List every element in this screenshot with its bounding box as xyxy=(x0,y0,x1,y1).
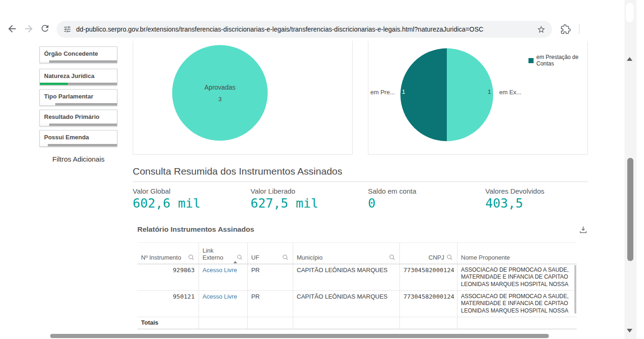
acesso-livre-link[interactable]: Acesso Livre xyxy=(203,293,237,300)
address-bar[interactable]: dd-publico.serpro.gov.br/extensions/tran… xyxy=(57,21,552,38)
kpi-label-saldo-em-conta: Saldo em conta xyxy=(368,187,416,195)
legend-swatch[interactable] xyxy=(528,58,534,63)
table-row[interactable]: 929863 Acesso Livre PR CAPITÃO LEÔNIDAS … xyxy=(137,264,577,291)
url-text: dd-publico.serpro.gov.br/extensions/tran… xyxy=(76,26,532,33)
selection-state-bar xyxy=(40,124,117,126)
back-button[interactable] xyxy=(6,23,18,34)
search-icon[interactable] xyxy=(188,254,195,261)
cell-link-externo: Acesso Livre xyxy=(199,264,247,291)
forward-button[interactable] xyxy=(23,23,34,34)
cell-uf: PR xyxy=(247,264,293,291)
pie-slice-value: 1 xyxy=(402,88,405,95)
section-title: Consulta Resumida dos Instrumentos Assin… xyxy=(133,166,342,177)
acesso-livre-link[interactable]: Acesso Livre xyxy=(203,267,237,274)
cell-cnpj: 77304582000124 xyxy=(399,291,457,317)
totals-label: Totais xyxy=(137,317,199,329)
filter-possui-emenda[interactable]: Possui Emenda xyxy=(39,130,117,147)
filter-label: Órgão Concedente xyxy=(40,47,117,57)
col-header-link-externo[interactable]: Link Externo xyxy=(199,243,247,264)
cell-municipio: CAPITÃO LEÔNIDAS MARQUES xyxy=(293,291,399,317)
selection-state-bar xyxy=(40,144,117,146)
reload-icon xyxy=(40,23,50,33)
pie-slice-label: Aprovadas xyxy=(172,84,268,91)
cell-proponente: ASSOCIACAO DE PROMOCAO A SAUDE, MATERNID… xyxy=(457,291,577,317)
kpi-value-valores-devolvidos: 403,5 xyxy=(485,196,523,210)
col-header-label: Município xyxy=(297,254,323,261)
search-icon[interactable] xyxy=(282,254,289,261)
col-header-municipio[interactable]: Município xyxy=(293,243,399,264)
legend-label[interactable]: em Prestação de Contas xyxy=(536,54,585,67)
pie-slice-label: em Ex... xyxy=(499,89,522,96)
table-title: Relatório Instrumentos Assinados xyxy=(137,225,254,234)
section-divider xyxy=(133,182,588,182)
col-header-label: CNPJ xyxy=(429,254,444,261)
kpi-label-valores-devolvidos: Valores Devolvidos xyxy=(485,187,544,195)
filter-orgao-concedente[interactable]: Órgão Concedente xyxy=(39,46,117,63)
table-header-row: Nº Instrumento Link Externo xyxy=(137,243,577,264)
cell-municipio: CAPITÃO LEÔNIDAS MARQUES xyxy=(293,264,399,291)
cell-cnpj: 77304582000124 xyxy=(399,264,457,291)
selection-state-bar xyxy=(40,83,117,85)
col-header-nome-proponente[interactable]: Nome Proponente xyxy=(457,243,577,264)
browser-window: dd-publico.serpro.gov.br/extensions/tran… xyxy=(0,0,644,339)
filter-label: Tipo Parlamentar xyxy=(40,90,117,100)
pie-slice-value: 1 xyxy=(488,88,491,95)
download-button[interactable] xyxy=(578,225,588,235)
scroll-up-arrow-icon[interactable] xyxy=(627,57,632,61)
scroll-down-arrow-icon[interactable] xyxy=(627,329,632,332)
browser-toolbar: dd-publico.serpro.gov.br/extensions/tran… xyxy=(0,0,644,41)
instruments-table: Nº Instrumento Link Externo xyxy=(137,242,577,329)
reload-button[interactable] xyxy=(40,23,51,34)
col-header-label: Link Externo xyxy=(203,247,227,261)
kpi-value-valor-liberado: 627,5 mil xyxy=(251,196,318,210)
kpi-label-valor-global: Valor Global xyxy=(133,187,170,195)
sort-ascending-icon xyxy=(233,254,237,263)
toolbar-divider xyxy=(579,24,580,34)
pie-slice-label: em Pre... xyxy=(369,89,395,96)
back-arrow-icon xyxy=(6,23,18,34)
cell-instrumento: 929863 xyxy=(137,264,199,291)
filter-natureza-juridica[interactable]: Natureza Jurídica xyxy=(39,69,117,85)
col-header-n-instrumento[interactable]: Nº Instrumento xyxy=(137,243,199,264)
filter-tipo-parlamentar[interactable]: Tipo Parlamentar xyxy=(39,89,117,106)
horizontal-scrollbar-thumb[interactable] xyxy=(50,334,549,338)
selection-state-bar xyxy=(40,103,117,105)
pie-chart-execucao[interactable] xyxy=(400,48,493,141)
kpi-value-valor-global: 602,6 mil xyxy=(133,196,200,210)
forward-arrow-icon xyxy=(23,23,34,34)
download-icon xyxy=(578,225,588,235)
col-header-uf[interactable]: UF xyxy=(247,243,293,264)
search-icon[interactable] xyxy=(237,254,243,261)
col-header-cnpj[interactable]: CNPJ xyxy=(399,243,457,264)
selection-state-bar xyxy=(40,60,117,63)
table-row[interactable]: 950121 Acesso Livre PR CAPITÃO LEÔNIDAS … xyxy=(137,291,577,317)
col-header-label: UF xyxy=(251,254,259,261)
filtros-adicionais-button[interactable]: Filtros Adicionais xyxy=(39,155,117,163)
pie-slice-value: 3 xyxy=(172,96,268,103)
col-header-label: Nº Instrumento xyxy=(141,254,181,261)
search-icon[interactable] xyxy=(389,254,396,261)
site-settings-icon[interactable] xyxy=(63,25,71,33)
filter-label: Possui Emenda xyxy=(40,130,117,141)
cell-link-externo: Acesso Livre xyxy=(199,291,247,317)
filter-label: Natureza Jurídica xyxy=(40,69,117,79)
extensions-button[interactable] xyxy=(560,24,572,35)
search-icon[interactable] xyxy=(446,254,453,261)
filter-resultado-primario[interactable]: Resultado Primário xyxy=(39,110,117,126)
pie-chart-aprovadas[interactable] xyxy=(172,45,268,141)
vertical-scrollbar-thumb[interactable] xyxy=(627,158,633,261)
totals-row: Totais xyxy=(137,317,577,329)
bookmark-star-icon[interactable] xyxy=(537,25,546,34)
puzzle-icon xyxy=(560,24,571,34)
table-scrollbar-thumb[interactable] xyxy=(574,265,576,313)
kpi-value-saldo-em-conta: 0 xyxy=(368,196,375,210)
window-scrollbar-thumb[interactable] xyxy=(626,3,634,22)
cell-instrumento: 950121 xyxy=(137,291,199,317)
cell-uf: PR xyxy=(247,291,293,317)
filter-label: Resultado Primário xyxy=(40,110,117,120)
col-header-label: Nome Proponente xyxy=(461,254,510,261)
kpi-label-valor-liberado: Valor Liberado xyxy=(251,187,295,195)
cell-proponente: ASSOCIACAO DE PROMOCAO A SAUDE, MATERNID… xyxy=(457,264,577,291)
